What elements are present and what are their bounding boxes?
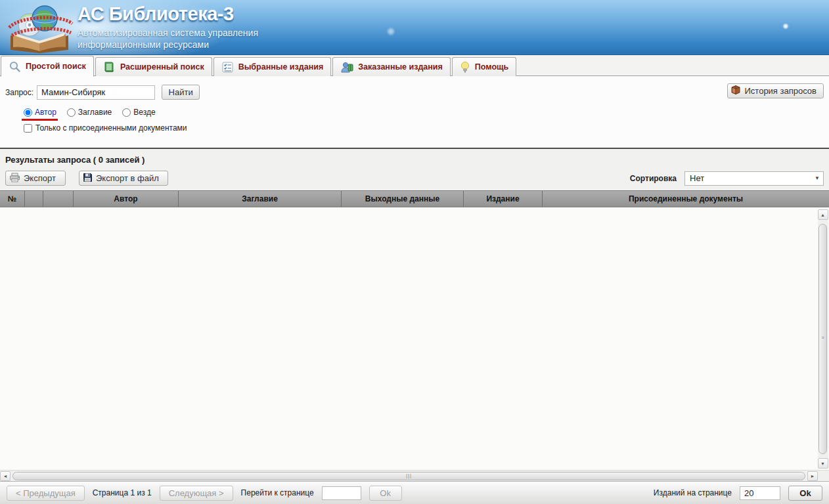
radio-author-input[interactable] [24, 108, 32, 117]
sort-label: Сортировка [630, 174, 677, 183]
tab-label: Помощь [475, 62, 508, 72]
attached-docs-checkbox[interactable] [24, 124, 32, 133]
column-header-title[interactable]: Заглавие [179, 191, 342, 207]
tab-simple-search[interactable]: Простой поиск [1, 56, 94, 77]
sort-group: Сортировка Нет ▼ [630, 171, 824, 186]
tab-label: Расширенный поиск [120, 62, 204, 72]
query-row: Запрос: Найти [5, 85, 824, 100]
results-table-body: ▲ ≡ ▼ [0, 207, 829, 470]
sort-dropdown[interactable]: Нет ▼ [684, 171, 824, 186]
scroll-left-icon: ◄ [3, 474, 8, 478]
tab-label: Простой поиск [26, 62, 86, 71]
sort-dropdown-value: Нет [690, 173, 704, 183]
column-header-number[interactable]: № [0, 191, 25, 207]
export-button-label: Экспорт [24, 173, 56, 183]
goto-page-label: Перейти к странице [241, 488, 314, 497]
export-to-file-button[interactable]: Экспорт в файл [79, 171, 168, 186]
scroll-down-icon: ▼ [820, 461, 825, 466]
scroll-thumb-grip-icon: ≡ [820, 337, 825, 339]
vertical-scroll-track[interactable]: ≡ [818, 220, 828, 458]
checklist-icon [221, 61, 234, 74]
green-book-icon [103, 61, 116, 74]
column-header-empty-1[interactable] [25, 191, 43, 207]
scroll-up-icon: ▲ [820, 213, 825, 217]
horizontal-scrollbar[interactable]: ◄ ||| ► [0, 470, 829, 481]
scroll-down-button[interactable]: ▼ [818, 458, 828, 469]
scroll-thumb-grip-icon: ||| [406, 473, 412, 478]
scroll-left-button[interactable]: ◄ [0, 471, 11, 481]
radio-everywhere-label: Везде [133, 108, 155, 117]
chevron-down-icon: ▼ [815, 175, 820, 181]
tab-selected-editions[interactable]: Выбранные издания [213, 57, 332, 76]
goto-page-ok-button[interactable]: Ok [369, 486, 402, 501]
scroll-up-button[interactable]: ▲ [818, 209, 828, 220]
per-page-label: Изданий на странице [654, 488, 732, 497]
pagination-bar: < Предыдущая Страница 1 из 1 Следующая >… [0, 481, 829, 504]
find-button[interactable]: Найти [162, 85, 200, 100]
app-subtitle: Автоматизированная система управления ин… [78, 27, 258, 51]
column-header-empty-2[interactable] [43, 191, 74, 207]
tab-label: Выбранные издания [238, 62, 324, 72]
column-header-attached-docs[interactable]: Присоединенные документы [543, 191, 829, 207]
magnifier-icon [9, 60, 21, 73]
attached-docs-checkbox-label: Только с присоединенными документами [35, 123, 187, 133]
tab-advanced-search[interactable]: Расширенный поиск [95, 57, 212, 76]
vertical-scroll-thumb[interactable]: ≡ [818, 224, 827, 454]
app-window: АС Библиотека-3 Автоматизированная систе… [0, 0, 829, 504]
tab-label: Заказанные издания [358, 62, 443, 72]
library-logo-icon [5, 1, 76, 54]
user-book-icon [340, 61, 353, 74]
results-section: Результаты запроса ( 0 записей ) Экспорт… [0, 149, 829, 481]
radio-title-input[interactable] [67, 108, 76, 117]
floppy-disk-icon [83, 173, 93, 184]
scroll-right-icon: ► [811, 474, 815, 478]
tab-help[interactable]: Помощь [452, 57, 516, 76]
app-header: АС Библиотека-3 Автоматизированная систе… [0, 0, 829, 55]
title-block: АС Библиотека-3 Автоматизированная систе… [78, 3, 258, 51]
export-to-file-button-label: Экспорт в файл [96, 173, 159, 183]
per-page-ok-button[interactable]: Ok [788, 486, 822, 501]
results-title: Результаты запроса ( 0 записей ) [5, 155, 829, 165]
per-page-input[interactable] [740, 486, 780, 500]
app-subtitle-line2: информационными ресурсами [78, 39, 258, 51]
vertical-scrollbar[interactable]: ▲ ≡ ▼ [817, 209, 828, 469]
column-header-imprint[interactable]: Выходные данные [342, 191, 464, 207]
printer-icon [9, 173, 20, 184]
search-field-options: Автор Заглавие Везде [24, 108, 824, 117]
export-button[interactable]: Экспорт [5, 171, 66, 186]
radio-author-label: Автор [35, 108, 56, 117]
horizontal-scroll-thumb[interactable]: ||| [12, 472, 805, 480]
tab-bar: Простой поиск Расширенный поиск Выбранны… [0, 55, 829, 76]
goto-page-input[interactable] [322, 486, 361, 500]
previous-page-button[interactable]: < Предыдущая [7, 486, 85, 501]
history-icon [730, 85, 742, 97]
per-page-group: Изданий на странице Ok [654, 486, 822, 501]
page-info: Страница 1 из 1 [93, 488, 152, 497]
column-header-author[interactable]: Автор [74, 191, 179, 207]
attached-docs-checkbox-row[interactable]: Только с присоединенными документами [24, 123, 824, 133]
simple-search-panel: Запрос: Найти История запросов Автор Заг… [0, 76, 829, 148]
query-input[interactable] [37, 85, 155, 100]
scroll-right-button[interactable]: ► [807, 471, 818, 481]
column-header-edition[interactable]: Издание [464, 191, 543, 207]
app-title: АС Библиотека-3 [78, 3, 258, 25]
query-label: Запрос: [5, 88, 34, 97]
history-button-label: История запросов [745, 86, 817, 96]
results-table-header: № Автор Заглавие Выходные данные Издание… [0, 190, 829, 207]
radio-title[interactable]: Заглавие [67, 108, 112, 117]
radio-title-label: Заглавие [78, 108, 112, 117]
app-subtitle-line1: Автоматизированная система управления [78, 27, 258, 39]
next-page-button[interactable]: Следующая > [160, 486, 233, 501]
radio-everywhere-input[interactable] [122, 108, 131, 117]
lightbulb-icon [460, 61, 470, 74]
history-button[interactable]: История запросов [727, 83, 824, 98]
radio-everywhere[interactable]: Везде [122, 108, 155, 117]
tab-ordered-editions[interactable]: Заказанные издания [332, 57, 451, 76]
radio-author[interactable]: Автор [24, 108, 56, 117]
results-toolbar: Экспорт Экспорт в файл Сортировка Нет ▼ [5, 171, 824, 186]
